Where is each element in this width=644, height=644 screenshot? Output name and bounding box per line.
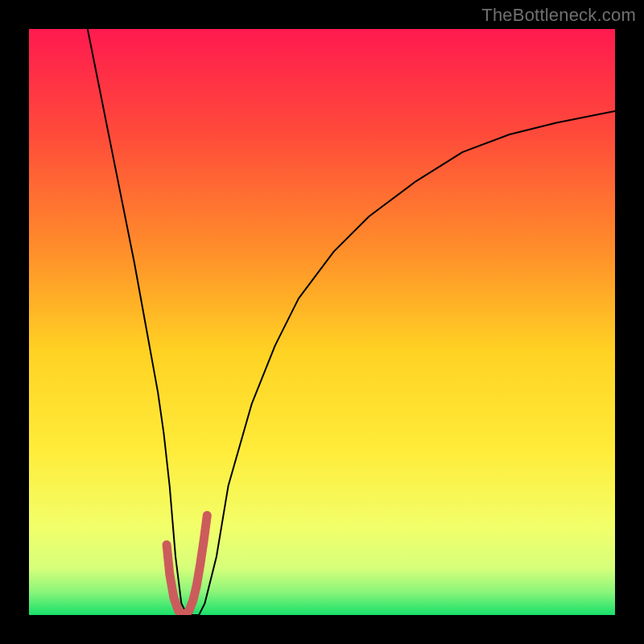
gradient-background: [29, 29, 615, 615]
plot-area: [29, 29, 615, 615]
bottleneck-curve-chart: [29, 29, 615, 615]
watermark-text: TheBottleneck.com: [481, 5, 636, 26]
chart-frame: TheBottleneck.com: [0, 0, 644, 644]
